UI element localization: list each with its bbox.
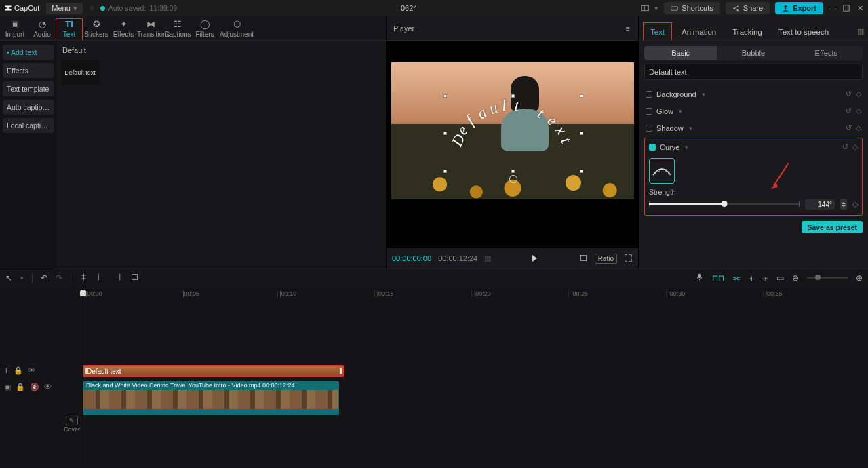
tab-effects[interactable]: ✦Effects (110, 19, 137, 40)
svg-point-9 (580, 254, 581, 256)
timeline[interactable]: |00:00|00:05|00:10|00:15|00:20|00:25|00:… (0, 286, 868, 468)
svg-rect-8 (580, 255, 586, 260)
play-button[interactable] (532, 255, 537, 262)
prop-shadow[interactable]: Shadow▾↺◇ (644, 119, 863, 136)
split-icon[interactable] (79, 273, 88, 284)
cover-button[interactable]: ✎Cover (61, 297, 83, 468)
tab-filters[interactable]: ◯Filters (191, 19, 218, 40)
link-icon[interactable]: ⫘ (732, 273, 741, 283)
menu-button[interactable]: Menu▾ (46, 3, 83, 14)
trim-left-icon[interactable] (96, 273, 105, 284)
tab-stickers[interactable]: ✪Stickers (83, 19, 110, 40)
svg-rect-0 (642, 5, 649, 11)
timeline-ruler[interactable]: |00:00|00:05|00:10|00:15|00:20|00:25|00:… (83, 286, 860, 297)
fullscreen-icon[interactable] (624, 254, 633, 264)
player-label: Player (393, 24, 414, 33)
undo-icon[interactable]: ↶ (41, 273, 47, 283)
right-tab-animation[interactable]: Animation (675, 23, 723, 40)
prop-curve[interactable]: Curve▾↺◇ (649, 142, 858, 153)
subtab-bubble[interactable]: Bubble (717, 46, 789, 60)
text-content-input[interactable]: Default text (644, 64, 863, 80)
sidebar-text-effects[interactable]: Effects (3, 63, 54, 78)
reset-icon[interactable]: ↺ (842, 142, 848, 151)
default-text-thumbnail[interactable]: Default text (61, 60, 99, 85)
track-video-head[interactable]: ▣🔒🔇👁 (0, 378, 61, 395)
tab-text[interactable]: TIText (56, 18, 83, 40)
text-clip[interactable]: Default text (83, 365, 344, 377)
tab-audio[interactable]: ◔Audio (28, 19, 56, 40)
playhead[interactable] (83, 286, 83, 468)
subtab-basic[interactable]: Basic (644, 46, 717, 60)
player-menu-icon[interactable]: ≡ (626, 24, 631, 33)
close-icon[interactable]: ✕ (856, 4, 864, 12)
video-clip-label: Black and White Video Centric Travel You… (83, 381, 339, 389)
text-overlay-box[interactable]: Default text (446, 96, 581, 171)
tab-adjustment[interactable]: ⬡Adjustment (218, 19, 255, 40)
right-tab-text[interactable]: Text (643, 22, 672, 40)
trim-right-icon[interactable] (113, 273, 122, 284)
strength-label: Strength (649, 188, 858, 196)
save-preset-button[interactable]: Save as preset (802, 221, 863, 233)
redo-icon[interactable]: ↷ (56, 273, 62, 283)
panel-icon[interactable]: ▥ (857, 27, 864, 36)
video-preview[interactable]: Default text (391, 62, 634, 199)
selection-tool-icon[interactable]: ↖ (5, 273, 12, 283)
zoom-out-icon[interactable]: ⊖ (792, 273, 799, 283)
strength-value-input[interactable]: 144° (805, 199, 835, 210)
svg-text:D: D (665, 168, 667, 172)
subtab-effects[interactable]: Effects (790, 46, 863, 60)
sidebar-add-text[interactable]: Add text (3, 45, 54, 60)
keyframe-icon[interactable]: ◇ (856, 90, 861, 98)
tab-import[interactable]: ▣Import (1, 19, 28, 40)
share-button[interactable]: Share (726, 2, 770, 14)
tab-transitions[interactable]: ⧓Transitions (137, 19, 164, 40)
video-clip[interactable]: Black and White Video Centric Travel You… (83, 381, 339, 415)
sidebar-auto-captions[interactable]: Auto captio… (3, 100, 54, 115)
autosave-status: Auto saved: 11:39:09 (100, 4, 177, 12)
import-icon: ▣ (1, 19, 28, 29)
ratio-button[interactable]: Ratio (595, 254, 617, 264)
maximize-icon[interactable] (842, 4, 850, 12)
strength-slider[interactable] (649, 203, 800, 205)
visibility-icon: 👁 (28, 366, 35, 374)
layout-icon[interactable] (641, 4, 649, 12)
effects-icon: ✦ (110, 19, 137, 29)
text-categories: Add text Effects Text template Auto capt… (0, 41, 57, 269)
right-tab-tracking[interactable]: Tracking (726, 23, 769, 40)
visibility-icon[interactable] (509, 175, 517, 183)
divider-dot (90, 6, 94, 10)
text-track-icon: T (4, 366, 9, 374)
snap-icon[interactable]: ⫞ (749, 273, 753, 283)
keyframe-icon[interactable]: ◇ (852, 200, 858, 209)
adjustment-icon: ⬡ (218, 19, 255, 29)
capcut-icon (4, 4, 12, 12)
svg-point-4 (733, 7, 735, 9)
minimize-icon[interactable]: — (829, 4, 837, 12)
strength-stepper[interactable] (840, 199, 847, 210)
zoom-in-icon[interactable]: ⊕ (856, 273, 863, 283)
compare-icon[interactable]: ▥ (484, 254, 491, 263)
right-tab-tts[interactable]: Text to speech (772, 23, 835, 40)
transitions-icon: ⧓ (137, 19, 164, 29)
delete-icon[interactable] (130, 273, 139, 284)
shortcuts-button[interactable]: Shortcuts (664, 2, 719, 14)
preview-icon[interactable]: ▭ (776, 273, 784, 283)
reset-icon[interactable]: ↺ (846, 90, 852, 98)
prop-glow[interactable]: Glow▾↺◇ (644, 102, 863, 119)
project-title: 0624 (184, 4, 634, 12)
export-button[interactable]: Export (775, 2, 823, 14)
mic-icon[interactable] (695, 273, 704, 284)
magnet-on-icon[interactable]: ⊓⊓ (712, 273, 724, 283)
sidebar-local-captions[interactable]: Local capti… (3, 118, 54, 133)
keyframe-icon[interactable]: ◇ (852, 142, 858, 151)
track-text-head[interactable]: T🔒👁 (0, 362, 61, 378)
curve-preview-thumbnail[interactable]: ABCDE (649, 158, 675, 184)
crop-icon[interactable] (579, 254, 588, 264)
filters-icon: ◯ (191, 19, 218, 29)
align-icon[interactable]: ⟛ (761, 273, 768, 283)
audio-icon: ◔ (28, 19, 56, 29)
prop-background[interactable]: Background▾↺◇ (644, 85, 863, 102)
title-bar: CapCut Menu▾ Auto saved: 11:39:09 0624 ▾… (0, 0, 868, 16)
sidebar-text-template[interactable]: Text template (3, 81, 54, 96)
tab-captions[interactable]: ☷Captions (164, 19, 191, 40)
